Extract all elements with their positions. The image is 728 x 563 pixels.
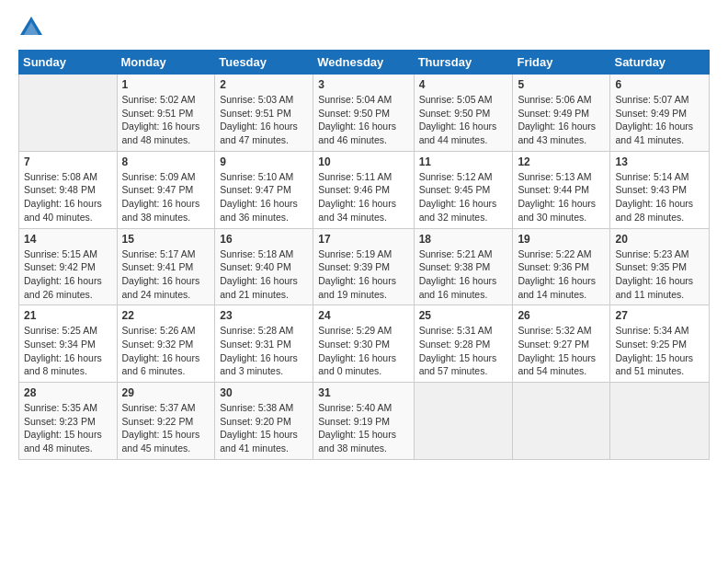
calendar-cell: 10Sunrise: 5:11 AMSunset: 9:46 PMDayligh… <box>313 151 414 228</box>
calendar-header-wednesday: Wednesday <box>313 51 414 75</box>
day-detail: Sunrise: 5:07 AMSunset: 9:49 PMDaylight:… <box>615 94 693 145</box>
calendar-cell: 6Sunrise: 5:07 AMSunset: 9:49 PMDaylight… <box>610 75 710 152</box>
calendar-week-row-2: 7Sunrise: 5:08 AMSunset: 9:48 PMDaylight… <box>19 151 710 228</box>
calendar-week-row-3: 14Sunrise: 5:15 AMSunset: 9:42 PMDayligh… <box>19 228 710 305</box>
day-number: 6 <box>615 78 704 91</box>
day-detail: Sunrise: 5:38 AMSunset: 9:20 PMDaylight:… <box>220 402 298 454</box>
day-detail: Sunrise: 5:11 AMSunset: 9:46 PMDaylight:… <box>318 171 396 223</box>
day-number: 13 <box>615 155 704 168</box>
calendar-header-monday: Monday <box>117 51 215 75</box>
day-number: 17 <box>318 233 408 246</box>
day-detail: Sunrise: 5:05 AMSunset: 9:50 PMDaylight:… <box>419 94 497 145</box>
calendar-cell: 20Sunrise: 5:23 AMSunset: 9:35 PMDayligh… <box>610 228 710 305</box>
day-number: 25 <box>419 309 508 322</box>
calendar-cell: 19Sunrise: 5:22 AMSunset: 9:36 PMDayligh… <box>513 228 610 305</box>
day-number: 3 <box>318 78 408 91</box>
calendar-cell: 5Sunrise: 5:06 AMSunset: 9:49 PMDaylight… <box>513 75 610 152</box>
day-detail: Sunrise: 5:34 AMSunset: 9:25 PMDaylight:… <box>615 325 693 376</box>
day-number: 16 <box>220 233 308 246</box>
calendar-cell: 2Sunrise: 5:03 AMSunset: 9:51 PMDaylight… <box>215 75 313 152</box>
calendar-cell: 9Sunrise: 5:10 AMSunset: 9:47 PMDaylight… <box>215 151 313 228</box>
calendar-week-row-5: 28Sunrise: 5:35 AMSunset: 9:23 PMDayligh… <box>19 383 710 460</box>
calendar-cell: 23Sunrise: 5:28 AMSunset: 9:31 PMDayligh… <box>215 305 313 383</box>
day-number: 27 <box>615 309 704 322</box>
day-number: 11 <box>419 155 508 168</box>
day-detail: Sunrise: 5:29 AMSunset: 9:30 PMDaylight:… <box>318 325 396 376</box>
calendar-cell: 8Sunrise: 5:09 AMSunset: 9:47 PMDaylight… <box>117 151 215 228</box>
page: SundayMondayTuesdayWednesdayThursdayFrid… <box>0 0 728 563</box>
logo-icon <box>18 15 44 40</box>
day-detail: Sunrise: 5:08 AMSunset: 9:48 PMDaylight:… <box>24 171 102 223</box>
day-detail: Sunrise: 5:21 AMSunset: 9:38 PMDaylight:… <box>419 248 497 300</box>
day-detail: Sunrise: 5:25 AMSunset: 9:34 PMDaylight:… <box>24 325 102 376</box>
calendar-cell: 4Sunrise: 5:05 AMSunset: 9:50 PMDaylight… <box>414 75 513 152</box>
calendar-header-sunday: Sunday <box>19 51 118 75</box>
day-detail: Sunrise: 5:31 AMSunset: 9:28 PMDaylight:… <box>419 325 497 376</box>
day-detail: Sunrise: 5:35 AMSunset: 9:23 PMDaylight:… <box>24 402 102 454</box>
day-number: 9 <box>220 155 308 168</box>
calendar-cell: 25Sunrise: 5:31 AMSunset: 9:28 PMDayligh… <box>414 305 513 383</box>
calendar-header-friday: Friday <box>513 51 610 75</box>
calendar-table: SundayMondayTuesdayWednesdayThursdayFrid… <box>18 50 710 460</box>
day-number: 18 <box>419 233 508 246</box>
day-number: 28 <box>24 386 112 399</box>
calendar-cell: 30Sunrise: 5:38 AMSunset: 9:20 PMDayligh… <box>215 383 313 460</box>
day-detail: Sunrise: 5:19 AMSunset: 9:39 PMDaylight:… <box>318 248 396 300</box>
calendar-cell: 22Sunrise: 5:26 AMSunset: 9:32 PMDayligh… <box>117 305 215 383</box>
day-detail: Sunrise: 5:12 AMSunset: 9:45 PMDaylight:… <box>419 171 497 223</box>
calendar-cell: 17Sunrise: 5:19 AMSunset: 9:39 PMDayligh… <box>313 228 414 305</box>
day-detail: Sunrise: 5:22 AMSunset: 9:36 PMDaylight:… <box>518 248 596 300</box>
calendar-cell: 29Sunrise: 5:37 AMSunset: 9:22 PMDayligh… <box>117 383 215 460</box>
calendar-cell: 14Sunrise: 5:15 AMSunset: 9:42 PMDayligh… <box>19 228 118 305</box>
calendar-cell: 24Sunrise: 5:29 AMSunset: 9:30 PMDayligh… <box>313 305 414 383</box>
day-detail: Sunrise: 5:15 AMSunset: 9:42 PMDaylight:… <box>24 248 102 300</box>
calendar-cell <box>610 383 710 460</box>
day-detail: Sunrise: 5:32 AMSunset: 9:27 PMDaylight:… <box>518 325 596 376</box>
day-detail: Sunrise: 5:28 AMSunset: 9:31 PMDaylight:… <box>220 325 298 376</box>
calendar-cell: 27Sunrise: 5:34 AMSunset: 9:25 PMDayligh… <box>610 305 710 383</box>
day-detail: Sunrise: 5:13 AMSunset: 9:44 PMDaylight:… <box>518 171 596 223</box>
day-number: 12 <box>518 155 605 168</box>
day-detail: Sunrise: 5:04 AMSunset: 9:50 PMDaylight:… <box>318 94 396 145</box>
day-number: 4 <box>419 78 508 91</box>
calendar-cell: 15Sunrise: 5:17 AMSunset: 9:41 PMDayligh… <box>117 228 215 305</box>
calendar-cell <box>414 383 513 460</box>
day-number: 20 <box>615 233 704 246</box>
day-number: 30 <box>220 386 308 399</box>
calendar-cell: 28Sunrise: 5:35 AMSunset: 9:23 PMDayligh… <box>19 383 118 460</box>
day-number: 1 <box>122 78 210 91</box>
calendar-cell: 26Sunrise: 5:32 AMSunset: 9:27 PMDayligh… <box>513 305 610 383</box>
day-number: 31 <box>318 386 408 399</box>
logo <box>18 15 48 40</box>
day-number: 8 <box>122 155 210 168</box>
day-number: 24 <box>318 309 408 322</box>
day-detail: Sunrise: 5:18 AMSunset: 9:40 PMDaylight:… <box>220 248 298 300</box>
calendar-cell <box>513 383 610 460</box>
header <box>18 15 710 40</box>
day-detail: Sunrise: 5:03 AMSunset: 9:51 PMDaylight:… <box>220 94 298 145</box>
day-number: 21 <box>24 309 112 322</box>
day-detail: Sunrise: 5:37 AMSunset: 9:22 PMDaylight:… <box>122 402 200 454</box>
day-detail: Sunrise: 5:17 AMSunset: 9:41 PMDaylight:… <box>122 248 200 300</box>
calendar-header-thursday: Thursday <box>414 51 513 75</box>
day-number: 7 <box>24 155 112 168</box>
day-number: 26 <box>518 309 605 322</box>
calendar-cell: 1Sunrise: 5:02 AMSunset: 9:51 PMDaylight… <box>117 75 215 152</box>
calendar-cell: 18Sunrise: 5:21 AMSunset: 9:38 PMDayligh… <box>414 228 513 305</box>
calendar-cell: 31Sunrise: 5:40 AMSunset: 9:19 PMDayligh… <box>313 383 414 460</box>
day-detail: Sunrise: 5:40 AMSunset: 9:19 PMDaylight:… <box>318 402 396 454</box>
day-number: 29 <box>122 386 210 399</box>
day-detail: Sunrise: 5:23 AMSunset: 9:35 PMDaylight:… <box>615 248 693 300</box>
day-number: 5 <box>518 78 605 91</box>
day-number: 19 <box>518 233 605 246</box>
day-number: 15 <box>122 233 210 246</box>
calendar-week-row-1: 1Sunrise: 5:02 AMSunset: 9:51 PMDaylight… <box>19 75 710 152</box>
calendar-cell: 12Sunrise: 5:13 AMSunset: 9:44 PMDayligh… <box>513 151 610 228</box>
day-detail: Sunrise: 5:02 AMSunset: 9:51 PMDaylight:… <box>122 94 200 145</box>
day-detail: Sunrise: 5:09 AMSunset: 9:47 PMDaylight:… <box>122 171 200 223</box>
calendar-cell <box>19 75 118 152</box>
calendar-cell: 3Sunrise: 5:04 AMSunset: 9:50 PMDaylight… <box>313 75 414 152</box>
day-number: 2 <box>220 78 308 91</box>
calendar-header-saturday: Saturday <box>610 51 710 75</box>
calendar-cell: 7Sunrise: 5:08 AMSunset: 9:48 PMDaylight… <box>19 151 118 228</box>
